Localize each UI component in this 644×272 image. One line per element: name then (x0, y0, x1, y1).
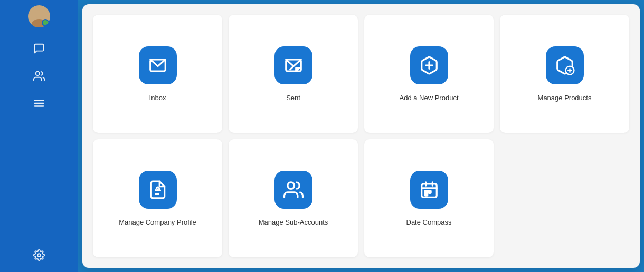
manage-products-card[interactable]: Manage Products (500, 15, 629, 133)
settings-icon[interactable] (31, 247, 48, 264)
contacts-nav-icon[interactable] (31, 67, 48, 84)
svg-point-1 (32, 19, 46, 27)
sent-icon-wrap (274, 46, 312, 84)
date-compass-icon-wrap (410, 171, 448, 209)
svg-point-15 (287, 182, 294, 189)
inbox-icon-wrap (139, 46, 177, 84)
manage-products-icon-wrap (546, 46, 584, 84)
svg-point-14 (156, 187, 159, 189)
sent-card[interactable]: Sent (229, 15, 358, 133)
date-compass-label: Date Compass (406, 218, 452, 226)
manage-subaccounts-label: Manage Sub-Accounts (259, 218, 328, 226)
sidebar-nav (31, 40, 48, 112)
manage-subaccounts-card[interactable]: Manage Sub-Accounts (229, 139, 358, 257)
manage-subaccounts-icon-wrap (274, 171, 312, 209)
empty-card (500, 139, 629, 257)
sent-label: Sent (286, 94, 300, 102)
grid-row-1: Inbox Sent (93, 15, 629, 133)
svg-rect-21 (428, 190, 431, 193)
manage-company-label: Manage Company Profile (119, 218, 196, 226)
chat-nav-icon[interactable] (31, 40, 48, 57)
svg-point-0 (35, 10, 43, 18)
avatar[interactable] (28, 5, 50, 27)
manage-company-icon-wrap (139, 171, 177, 209)
add-product-icon-wrap (410, 46, 448, 84)
sidebar-bottom (31, 247, 48, 264)
manage-company-card[interactable]: Manage Company Profile (93, 139, 222, 257)
inbox-label: Inbox (149, 94, 166, 102)
svg-point-2 (36, 72, 40, 75)
svg-point-3 (37, 254, 41, 257)
add-product-card[interactable]: Add a New Product (364, 15, 494, 133)
main-content: Inbox Sent (82, 4, 640, 268)
add-product-label: Add a New Product (399, 94, 458, 102)
date-compass-card[interactable]: Date Compass (364, 139, 494, 257)
inbox-card[interactable]: Inbox (93, 15, 222, 133)
manage-products-label: Manage Products (538, 94, 592, 102)
menu-nav-icon[interactable] (31, 95, 48, 112)
svg-rect-22 (425, 193, 428, 195)
svg-rect-20 (425, 190, 428, 193)
sidebar (0, 0, 78, 272)
grid-row-2: Manage Company Profile Manage Sub-Accoun… (93, 139, 629, 257)
